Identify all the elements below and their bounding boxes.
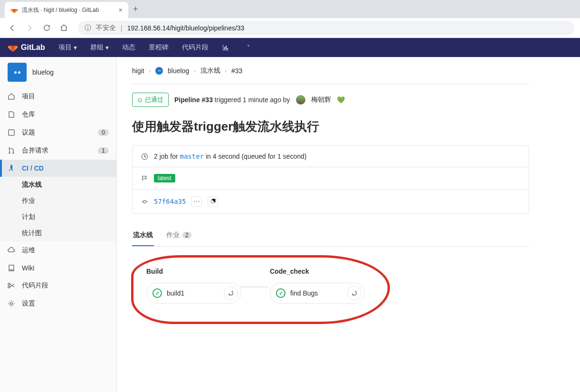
sidebar-item-repository[interactable]: 仓库 — [0, 105, 116, 124]
project-sidebar: bluelog 项目 仓库 议题 0 合并请求 1 CI / CD 流水线 作业 — [0, 57, 117, 392]
job-retry-button[interactable] — [224, 286, 238, 300]
chevron-right-icon: › — [225, 68, 227, 74]
jobs-duration-text: 2 job for master in 4 second (queued for… — [154, 153, 306, 160]
user-avatar[interactable] — [296, 95, 305, 105]
branch-link[interactable]: master — [180, 153, 204, 160]
job-build1[interactable]: ✓ build1 — [146, 283, 241, 304]
address-bar[interactable]: ⓘ 不安全 | 192.168.56.14/higit/bluelog/pipe… — [78, 21, 574, 35]
sidebar-item-project[interactable]: 项目 — [0, 87, 116, 105]
pipeline-status-row: ⊙ 已通过 Pipeline #33 triggered 1 minute ag… — [132, 93, 529, 107]
sidebar-item-snippets[interactable]: 代码片段 — [0, 277, 116, 295]
scissors-icon — [8, 282, 15, 289]
triggered-by-user[interactable]: 梅朝辉 — [311, 96, 331, 104]
nav-activity[interactable]: 动态 — [116, 38, 141, 57]
job-status-passed-icon: ✓ — [152, 288, 162, 298]
commit-sha-link[interactable]: 57f64a35 — [154, 198, 186, 205]
file-icon — [8, 111, 15, 118]
gitlab-top-nav: GitLab 项目 ▾ 群组 ▾ 动态 里程碑 代码片段 — [0, 38, 580, 57]
insecure-label: 不安全 — [96, 24, 116, 32]
status-badge-passed[interactable]: ⊙ 已通过 — [132, 93, 169, 107]
issues-icon — [8, 129, 15, 136]
main-content: higit › bluelog › 流水线 › #33 ⊙ 已通过 Pipeli… — [117, 57, 544, 392]
reload-button[interactable] — [40, 21, 53, 35]
job-name: build1 — [167, 289, 219, 297]
info-icon: ⓘ — [85, 24, 91, 32]
sidebar-item-settings[interactable]: 设置 — [0, 295, 116, 313]
browser-tab-title: 流水线 · higit / bluelog · GitLab — [22, 6, 115, 14]
pipeline-graph: Build ✓ build1 Code_check ✓ find Bugs — [132, 258, 529, 327]
forward-button[interactable] — [23, 21, 36, 35]
copy-sha-button[interactable] — [208, 196, 218, 207]
breadcrumb-group[interactable]: higit — [132, 67, 144, 75]
page-title: 使用触发器trigger触发流水线执行 — [132, 118, 529, 135]
sidebar-item-wiki[interactable]: Wiki — [0, 259, 116, 277]
chevron-down-icon: ▾ — [105, 44, 109, 51]
info-row-commit: 57f64a35 ⋯ — [133, 190, 529, 213]
flag-icon — [141, 175, 148, 182]
stage-title: Code_check — [270, 268, 365, 275]
sidebar-sub-schedules[interactable]: 计划 — [0, 209, 116, 225]
tab-jobs[interactable]: 作业 2 — [165, 225, 192, 246]
gear-icon — [8, 300, 15, 307]
url-text: 192.168.56.14/higit/bluelog/pipelines/33 — [127, 24, 245, 32]
stage-build: Build ✓ build1 — [146, 268, 241, 304]
job-find-bugs[interactable]: ✓ find Bugs — [270, 283, 365, 304]
project-header[interactable]: bluelog — [0, 57, 116, 87]
gitlab-brand-text: GitLab — [21, 43, 45, 52]
breadcrumb-pipelines[interactable]: 流水线 — [200, 67, 220, 75]
nav-snippets[interactable]: 代码片段 — [176, 38, 214, 57]
sidebar-sub-charts[interactable]: 统计图 — [0, 225, 116, 241]
browser-tab[interactable]: 流水线 · higit / bluelog · GitLab × — [5, 2, 128, 18]
more-actions-button[interactable]: ⋯ — [191, 196, 202, 207]
check-circle-icon: ⊙ — [137, 96, 143, 104]
browser-toolbar: ⓘ 不安全 | 192.168.56.14/higit/bluelog/pipe… — [0, 18, 580, 38]
browser-tab-strip: 流水线 · higit / bluelog · GitLab × + — [0, 0, 580, 18]
home-icon — [8, 93, 15, 100]
project-avatar-small — [155, 67, 163, 75]
sidebar-sub-jobs[interactable]: 作业 — [0, 193, 116, 209]
book-icon — [8, 264, 15, 272]
cloud-icon — [8, 247, 15, 254]
sidebar-cicd-submenu: 流水线 作业 计划 统计图 — [0, 177, 116, 241]
pipeline-tabs: 流水线 作业 2 — [132, 225, 529, 247]
job-name: find Bugs — [290, 289, 342, 297]
svg-point-3 — [143, 200, 146, 203]
sidebar-sub-pipelines[interactable]: 流水线 — [0, 177, 116, 193]
project-avatar — [8, 63, 27, 82]
tab-pipeline[interactable]: 流水线 — [132, 225, 154, 246]
breadcrumb-project[interactable]: bluelog — [168, 67, 189, 75]
nav-groups[interactable]: 群组 ▾ — [85, 38, 114, 57]
close-tab-icon[interactable]: × — [119, 6, 123, 14]
merge-icon — [8, 147, 15, 154]
sidebar-item-operations[interactable]: 运维 — [0, 241, 116, 259]
gitlab-favicon — [10, 6, 18, 14]
info-row-tags: latest — [133, 167, 529, 190]
svg-rect-0 — [9, 130, 14, 135]
breadcrumb-pipeline-id[interactable]: #33 — [231, 67, 242, 75]
back-button[interactable] — [6, 21, 19, 35]
sidebar-item-merge-requests[interactable]: 合并请求 1 — [0, 142, 116, 160]
job-retry-button[interactable] — [347, 286, 361, 300]
nav-projects[interactable]: 项目 ▾ — [53, 38, 83, 57]
stage-title: Build — [146, 268, 241, 275]
commit-icon — [141, 198, 148, 205]
gitlab-logo[interactable]: GitLab — [8, 42, 45, 53]
new-tab-button[interactable]: + — [133, 4, 138, 14]
chevron-right-icon: › — [149, 68, 151, 74]
info-row-duration: 2 job for master in 4 second (queued for… — [133, 146, 529, 167]
issues-count-badge: 0 — [98, 129, 109, 136]
project-name: bluelog — [32, 68, 54, 76]
sidebar-item-cicd[interactable]: CI / CD — [0, 160, 116, 177]
sidebar-item-issues[interactable]: 议题 0 — [0, 124, 116, 142]
mr-count-badge: 1 — [98, 147, 109, 154]
home-button[interactable] — [57, 21, 70, 35]
pipeline-trigger-info: Pipeline #33 triggered 1 minute ago by — [174, 96, 290, 104]
stage-code-check: Code_check ✓ find Bugs — [270, 268, 365, 304]
heart-icon: 💚 — [337, 96, 345, 104]
rocket-icon — [8, 164, 15, 172]
nav-admin-icon[interactable] — [237, 38, 256, 57]
breadcrumb: higit › bluelog › 流水线 › #33 — [132, 67, 529, 84]
nav-milestones[interactable]: 里程碑 — [143, 38, 174, 57]
nav-analytics-icon[interactable] — [216, 38, 235, 57]
chevron-right-icon: › — [194, 68, 195, 74]
